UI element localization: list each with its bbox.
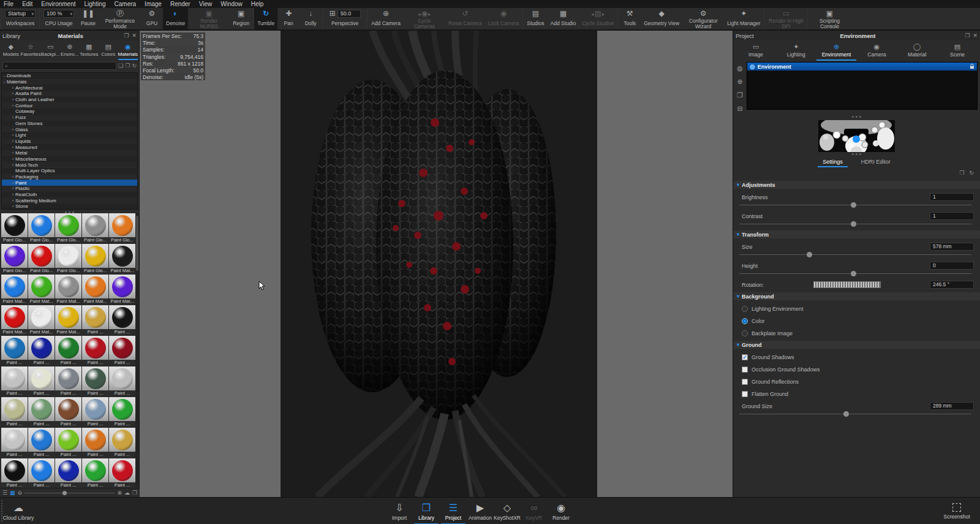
tree-expander[interactable]: + xyxy=(10,91,15,96)
tree-node[interactable]: + Mold-Tech xyxy=(2,162,137,168)
selected-light-pin[interactable] xyxy=(853,135,860,143)
tree-node[interactable]: + Scattering Medium xyxy=(2,197,137,203)
tree-node[interactable]: + Architectural xyxy=(2,85,137,91)
material-swatch[interactable]: Paint ... xyxy=(82,366,108,397)
library-tab[interactable]: ▤ Colors xyxy=(99,42,118,60)
zoom-in-icon[interactable]: ⊕ xyxy=(117,490,122,496)
material-swatch[interactable]: Paint ... xyxy=(82,336,108,366)
material-swatch[interactable]: Paint ... xyxy=(1,366,28,397)
ground-size-field[interactable]: 289 mm xyxy=(930,402,974,410)
material-swatch[interactable]: Paint Mat... xyxy=(82,275,108,305)
material-swatch[interactable]: Paint Glo... xyxy=(1,213,28,243)
ground-size-slider[interactable] xyxy=(739,411,971,417)
material-swatch[interactable]: Paint Glo... xyxy=(82,244,108,274)
menu-item[interactable]: Help xyxy=(251,1,264,7)
material-swatch[interactable]: Paint Mat... xyxy=(1,275,28,305)
project-tab[interactable]: ▭ Image xyxy=(736,42,776,61)
load-environment-icon[interactable]: ❐ xyxy=(959,170,964,176)
environment-list-item[interactable]: ◍ Environment xyxy=(747,63,977,70)
material-swatch[interactable]: Paint Mat... xyxy=(55,275,81,305)
material-swatch[interactable]: Paint Glo... xyxy=(82,213,108,243)
library-tab[interactable]: ◉ Materials xyxy=(118,42,138,60)
brightness-slider[interactable] xyxy=(739,202,971,208)
library-tab[interactable]: ▭ Backpl... xyxy=(40,42,60,60)
tree-expander[interactable]: + xyxy=(10,115,15,120)
tree-expander[interactable]: – xyxy=(2,80,7,84)
material-swatch[interactable]: Paint ... xyxy=(55,428,81,458)
gpu-button[interactable]: ⚙ GPU xyxy=(141,8,163,29)
material-swatch[interactable]: Paint ... xyxy=(82,458,108,487)
add-folder-icon[interactable]: ❐ xyxy=(125,63,130,69)
menu-item[interactable]: Camera xyxy=(115,1,137,7)
project-tab[interactable]: ◉ Camera xyxy=(856,42,897,61)
cloud-library-button[interactable]: ☁ Cloud Library xyxy=(5,498,32,524)
tree-expander[interactable]: + xyxy=(10,175,15,179)
swatch-scrollbar[interactable] xyxy=(135,213,139,487)
material-swatch[interactable]: Paint ... xyxy=(109,458,135,487)
material-swatch[interactable]: Paint ... xyxy=(1,397,28,427)
performance-mode-button[interactable]: Ⓟ Performance Mode xyxy=(99,8,141,29)
close-icon[interactable]: ✕ xyxy=(973,32,978,39)
tree-expander[interactable]: + xyxy=(10,157,15,161)
material-swatch[interactable]: Paint Glo... xyxy=(28,244,55,274)
refresh-icon[interactable]: ↻ xyxy=(132,63,137,69)
material-swatch[interactable]: Paint ... xyxy=(82,305,108,335)
material-swatch[interactable]: Paint ... xyxy=(109,366,135,397)
bottom-bar-item[interactable]: ❐ Library xyxy=(413,498,440,524)
radio-button[interactable] xyxy=(742,330,748,336)
tree-node[interactable]: + RealCloth xyxy=(2,192,137,198)
zoom-out-icon[interactable]: ⊖ xyxy=(18,490,23,496)
radio-button[interactable] xyxy=(742,318,748,324)
menu-item[interactable]: View xyxy=(199,1,213,7)
tab-hdri-editor[interactable]: HDRI Editor xyxy=(856,158,895,167)
tree-expander[interactable]: – xyxy=(2,74,7,78)
tree-node[interactable]: + Glass xyxy=(2,126,137,132)
size-field[interactable]: 578 mm xyxy=(930,243,974,251)
tree-expander[interactable]: + xyxy=(10,186,15,191)
material-swatch[interactable]: Paint ... xyxy=(1,336,28,366)
realtime-viewport[interactable]: Frames Per Sec:75.3 Time:3s Samples:14 T… xyxy=(140,31,733,497)
undock-icon[interactable]: ❐ xyxy=(965,32,970,39)
bottom-bar-item[interactable]: ⇩ Import xyxy=(386,498,413,524)
perspective-control[interactable]: ⊞ 50.0 Perspective xyxy=(323,8,366,29)
menu-item[interactable]: File xyxy=(4,1,13,7)
tree-node[interactable]: – Downloads xyxy=(2,73,137,79)
background-option[interactable]: Backplate Image xyxy=(733,330,980,337)
material-swatch[interactable]: Paint Glo... xyxy=(55,244,81,274)
menu-item[interactable]: Edit xyxy=(22,1,32,7)
material-swatch[interactable]: Paint ... xyxy=(82,428,108,458)
library-tab[interactable]: ⊕ Enviro... xyxy=(60,42,80,60)
tree-expander[interactable]: + xyxy=(10,104,15,108)
tree-expander[interactable]: + xyxy=(10,151,15,155)
background-option[interactable]: Lighting Environment xyxy=(733,305,980,313)
brightness-field[interactable]: 1 xyxy=(930,193,974,201)
contrast-slider[interactable] xyxy=(739,221,971,227)
section-adjustments[interactable]: ▾ Adjustments xyxy=(733,181,980,189)
material-swatch[interactable]: Paint Glo... xyxy=(109,213,135,243)
tree-node[interactable]: + Paint xyxy=(2,180,137,186)
checkbox[interactable]: ✓ xyxy=(742,354,748,360)
tree-expander[interactable]: + xyxy=(10,204,15,208)
bottom-bar-item[interactable]: ◇ KeyShotXR xyxy=(494,498,521,524)
undock-icon[interactable]: ❐ xyxy=(124,32,129,39)
environment-sphere-icon[interactable]: ◍ xyxy=(737,64,743,72)
ground-option[interactable]: Flatten Ground xyxy=(733,390,980,398)
project-tab[interactable]: ◯ Material xyxy=(897,42,937,61)
tree-node[interactable]: + Cloth and Leather xyxy=(2,97,137,103)
library-tab[interactable]: ▦ Textures xyxy=(80,42,99,60)
material-swatch[interactable]: Paint ... xyxy=(55,366,81,397)
material-swatch[interactable]: Paint ... xyxy=(55,397,81,427)
thumbnail-size-slider[interactable] xyxy=(24,493,115,493)
menu-item[interactable]: Image xyxy=(145,1,162,7)
menu-item[interactable]: Window xyxy=(221,1,243,7)
tree-node[interactable]: + Metal xyxy=(2,150,137,156)
radio-button[interactable] xyxy=(742,306,748,312)
pause-button[interactable]: ❚❚ Pause xyxy=(77,8,99,29)
tree-expander[interactable]: + xyxy=(10,192,15,197)
splitter-handle[interactable] xyxy=(733,115,980,119)
material-swatch[interactable]: Paint ... xyxy=(82,397,108,427)
studios-button[interactable]: ▤ Studios xyxy=(524,8,547,29)
material-swatch[interactable]: Paint Glo... xyxy=(55,213,81,243)
tree-node[interactable]: + Liquids xyxy=(2,139,137,145)
tree-expander[interactable]: + xyxy=(10,86,15,90)
